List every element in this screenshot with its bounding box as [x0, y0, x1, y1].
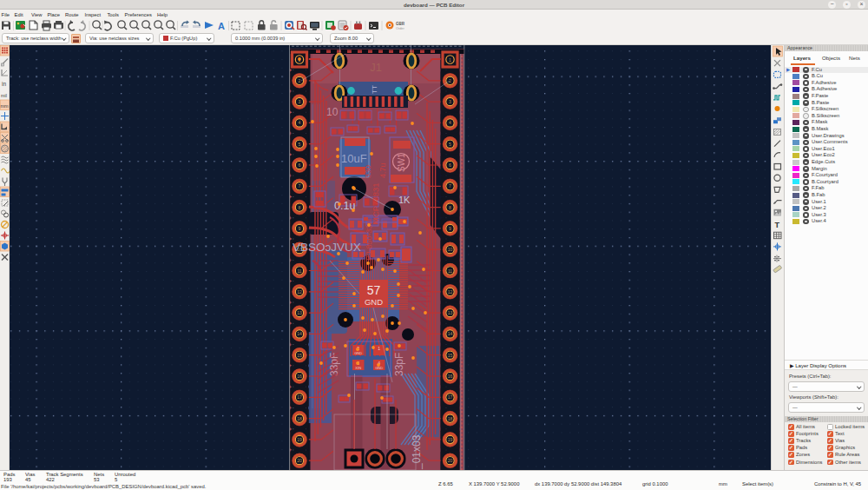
svg-text:7: 7 — [449, 183, 451, 189]
svg-text:6: 6 — [299, 162, 301, 168]
svg-text:13: 13 — [448, 310, 453, 315]
svg-text:3: 3 — [449, 99, 451, 104]
svg-text:mm: mm — [1, 103, 10, 109]
svg-text:6: 6 — [449, 162, 451, 168]
svg-text:12: 12 — [448, 289, 453, 295]
svg-text:14: 14 — [448, 331, 453, 336]
svg-text:GND: GND — [354, 351, 362, 355]
svg-text:GND: GND — [365, 297, 383, 307]
svg-text:10uF: 10uF — [341, 152, 367, 165]
svg-text:10: 10 — [448, 247, 453, 252]
svg-text:Order: Order — [396, 27, 404, 30]
svg-text:1: 1 — [378, 346, 380, 351]
svg-text:18: 18 — [448, 416, 453, 421]
svg-text:13: 13 — [297, 310, 302, 315]
svg-text:J1: J1 — [370, 61, 382, 74]
svg-text:GBR: GBR — [396, 22, 405, 26]
svg-text:in: in — [2, 81, 6, 87]
svg-text:17: 17 — [297, 394, 302, 400]
svg-text:15: 15 — [448, 353, 453, 358]
svg-text:19: 19 — [448, 437, 453, 442]
svg-text:10: 10 — [326, 106, 339, 118]
svg-text:330: 330 — [364, 165, 372, 178]
svg-text:19: 19 — [297, 437, 302, 442]
svg-text:20: 20 — [297, 458, 302, 463]
svg-text:9: 9 — [299, 226, 301, 231]
svg-text:17: 17 — [448, 394, 453, 400]
svg-text:mil: mil — [1, 93, 7, 98]
svg-text:TT: TT — [371, 85, 378, 94]
svg-text:4: 4 — [299, 120, 301, 125]
svg-text:3: 3 — [299, 99, 301, 104]
svg-text:18: 18 — [297, 416, 302, 421]
svg-text:XIN: XIN — [355, 366, 361, 370]
svg-text:7: 7 — [299, 183, 301, 189]
svg-text:1: 1 — [449, 57, 451, 63]
svg-text:5: 5 — [449, 142, 451, 147]
svg-text:11: 11 — [448, 268, 452, 274]
svg-text:33pF: 33pF — [393, 353, 405, 376]
svg-text:1K: 1K — [398, 195, 411, 205]
svg-text:12: 12 — [297, 289, 302, 295]
svg-text:2: 2 — [449, 78, 451, 83]
svg-text:20: 20 — [448, 458, 453, 463]
svg-text:14: 14 — [297, 331, 302, 336]
svg-text:MCP73831: MCP73831 — [371, 182, 380, 224]
svg-text:57: 57 — [367, 283, 381, 297]
svg-text:5: 5 — [299, 142, 301, 147]
svg-text:SW1: SW1 — [397, 153, 406, 172]
svg-text:2: 2 — [299, 78, 301, 83]
svg-text:8: 8 — [449, 205, 451, 210]
svg-text:11: 11 — [297, 268, 301, 274]
svg-text:A: A — [218, 21, 225, 31]
svg-text:_01x03: _01x03 — [411, 434, 423, 470]
svg-text:4.7u: 4.7u — [378, 162, 387, 178]
svg-text:PJ-850-33: PJ-850-33 — [365, 224, 373, 261]
svg-text:9: 9 — [449, 226, 451, 231]
svg-text:4: 4 — [449, 120, 451, 125]
svg-text:T: T — [775, 221, 780, 229]
svg-text:VBSOᴐJVUX: VBSOᴐJVUX — [293, 241, 361, 254]
svg-text:8: 8 — [299, 205, 301, 210]
svg-text:16: 16 — [448, 374, 453, 379]
svg-text:16: 16 — [297, 374, 302, 379]
svg-text:15: 15 — [297, 353, 302, 358]
